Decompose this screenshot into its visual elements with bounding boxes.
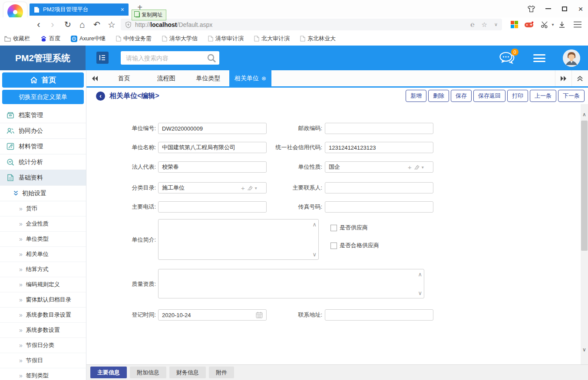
bookmark-page-5[interactable]: 东北林业大: [300, 35, 336, 43]
scrollbar-thumb[interactable]: [581, 121, 588, 251]
credit-code-input[interactable]: [325, 142, 433, 153]
sidebar-collapse-button[interactable]: [96, 52, 109, 64]
close-button[interactable]: ×: [572, 0, 588, 17]
browser-menu-icon[interactable]: [571, 17, 585, 32]
browser-tab[interactable]: PM2项目管理平台 ×: [30, 3, 129, 16]
combo-dropdown-icon[interactable]: ▾: [422, 165, 424, 170]
addr-dropdown-icon[interactable]: ∨: [494, 22, 498, 27]
postal-code-input[interactable]: [325, 123, 433, 134]
sidebar-subitem-checkin-type[interactable]: »签到类型: [0, 368, 86, 380]
bookmark-baidu[interactable]: 百度: [40, 35, 60, 43]
tab-attachments[interactable]: 附件: [209, 367, 234, 378]
address-input[interactable]: [325, 309, 433, 321]
tab-related-units[interactable]: 相关单位 ⊗: [229, 70, 271, 86]
save-return-button[interactable]: 保存返回: [473, 90, 505, 102]
bookmark-page-2[interactable]: 清华大学信: [162, 35, 198, 43]
sidebar-item-materials[interactable]: 材料管理: [0, 139, 86, 154]
sidebar-subitem-coding-rules[interactable]: »编码规则定义: [0, 277, 86, 292]
intro-textarea[interactable]: ∧ ∨: [158, 219, 319, 260]
combo-dropdown-icon[interactable]: ▾: [255, 186, 257, 190]
sidebar-item-statistics[interactable]: 统计分析: [0, 154, 86, 170]
unit-name-input[interactable]: [158, 142, 267, 153]
main-contact-input[interactable]: [325, 182, 433, 193]
download-icon[interactable]: [555, 17, 569, 32]
refresh-icon[interactable]: ↻: [61, 17, 74, 32]
game-center-icon[interactable]: [522, 17, 536, 32]
sidebar-home-button[interactable]: 首页: [2, 72, 84, 88]
scrollbar-up-icon[interactable]: ∧: [581, 110, 588, 119]
minimize-button[interactable]: [540, 0, 556, 17]
bookmark-favorites-folder[interactable]: 收藏栏: [4, 35, 30, 43]
sidebar-subitem-unit-type[interactable]: »单位类型: [0, 232, 86, 247]
bookmark-axure[interactable]: Axure中继: [71, 35, 106, 43]
tab-close-icon[interactable]: ×: [121, 6, 124, 13]
forward-icon[interactable]: ›: [46, 17, 59, 32]
sidebar-subitem-enterprise-nature[interactable]: »企业性质: [0, 216, 86, 232]
sidebar-subitem-currency[interactable]: »货币: [0, 201, 86, 216]
sidebar-item-collaboration[interactable]: 协同办公: [0, 123, 86, 139]
undo-icon[interactable]: ↶: [90, 17, 103, 32]
print-button[interactable]: 打印: [507, 90, 528, 102]
combo-add-icon[interactable]: +: [408, 164, 412, 171]
previous-record-button[interactable]: 上一条: [530, 90, 556, 102]
address-bar[interactable]: http://localhost/Default.aspx ℮ ☆ ∨: [121, 19, 502, 30]
tab-home[interactable]: 首页: [103, 70, 145, 86]
bookmark-page-3[interactable]: 清华审计演: [208, 35, 244, 43]
supplier-checkbox[interactable]: [330, 225, 337, 231]
tab-flowchart[interactable]: 流程图: [145, 70, 187, 86]
sidebar-subitem-related-units[interactable]: »相关单位: [0, 247, 86, 262]
sidebar-subitem-holiday[interactable]: »节假日: [0, 353, 86, 368]
scroll-down-icon[interactable]: ∨: [418, 290, 422, 296]
back-icon[interactable]: ‹: [32, 17, 45, 32]
delete-button[interactable]: 删除: [428, 90, 449, 102]
tabs-collapse-icon[interactable]: [571, 70, 588, 86]
bookmark-star-icon[interactable]: ☆: [481, 21, 487, 29]
sidebar-subitem-sysparam-catalog[interactable]: »系统参数目录设置: [0, 308, 86, 323]
scroll-up-icon[interactable]: ∧: [312, 221, 317, 228]
legal-rep-input[interactable]: [158, 161, 267, 173]
tab-unit-type[interactable]: 单位类型: [187, 70, 229, 86]
home-icon[interactable]: ⌂: [76, 17, 89, 32]
sidebar-subitem-sysparam[interactable]: »系统参数设置: [0, 323, 86, 338]
combo-clear-icon[interactable]: [247, 185, 253, 190]
scroll-down-icon[interactable]: ∨: [312, 251, 317, 258]
search-icon[interactable]: [206, 53, 217, 63]
scroll-up-icon[interactable]: ∧: [418, 271, 422, 278]
switch-custom-menu-button[interactable]: 切换至自定义菜单: [2, 90, 84, 104]
combo-clear-icon[interactable]: [414, 164, 420, 170]
calendar-icon[interactable]: [256, 311, 263, 318]
tab-additional-info[interactable]: 附加信息: [130, 367, 166, 378]
main-phone-input[interactable]: [158, 201, 267, 213]
add-button[interactable]: 新增: [406, 90, 426, 102]
tabs-scroll-left-icon[interactable]: [86, 70, 103, 86]
sidebar-item-archive[interactable]: 档案管理: [0, 108, 86, 123]
tab-main-info[interactable]: 主要信息: [90, 367, 127, 378]
back-circle-icon[interactable]: ‹: [96, 92, 105, 101]
ie-mode-icon[interactable]: ℮: [470, 21, 475, 29]
messages-button[interactable]: 0: [499, 51, 517, 66]
form-scrollbar[interactable]: ∧ ∨: [581, 104, 588, 364]
sidebar-group-initial-settings[interactable]: 初始设置: [0, 186, 86, 201]
sidebar-subitem-settlement[interactable]: »结算方式: [0, 262, 86, 277]
skin-theme-button[interactable]: [523, 0, 539, 17]
tab-financial-info[interactable]: 财务信息: [169, 367, 206, 378]
maximize-button[interactable]: [556, 0, 573, 17]
tab-close-icon[interactable]: ⊗: [261, 75, 266, 82]
windows-logo-icon[interactable]: [507, 17, 521, 32]
favorite-icon[interactable]: ☆: [105, 17, 118, 32]
bookmark-page-4[interactable]: 北大审计演: [254, 35, 290, 43]
save-button[interactable]: 保存: [451, 90, 472, 102]
app-menu-icon[interactable]: [533, 54, 545, 62]
sidebar-item-basedata[interactable]: 基础资料: [0, 170, 86, 186]
quality-textarea[interactable]: ∧ ∨: [158, 269, 424, 298]
bookmark-page-1[interactable]: 中传业务需: [116, 35, 152, 43]
unit-code-input[interactable]: [158, 123, 267, 134]
next-record-button[interactable]: 下一条: [558, 90, 585, 102]
reg-date-input[interactable]: [158, 309, 267, 321]
qualified-supplier-checkbox[interactable]: [330, 242, 337, 249]
combo-add-icon[interactable]: +: [241, 184, 245, 192]
user-avatar[interactable]: [563, 49, 580, 67]
search-input[interactable]: [121, 51, 219, 65]
tabs-scroll-right-icon[interactable]: [555, 70, 571, 86]
scrollbar-down-icon[interactable]: ∨: [581, 345, 588, 354]
